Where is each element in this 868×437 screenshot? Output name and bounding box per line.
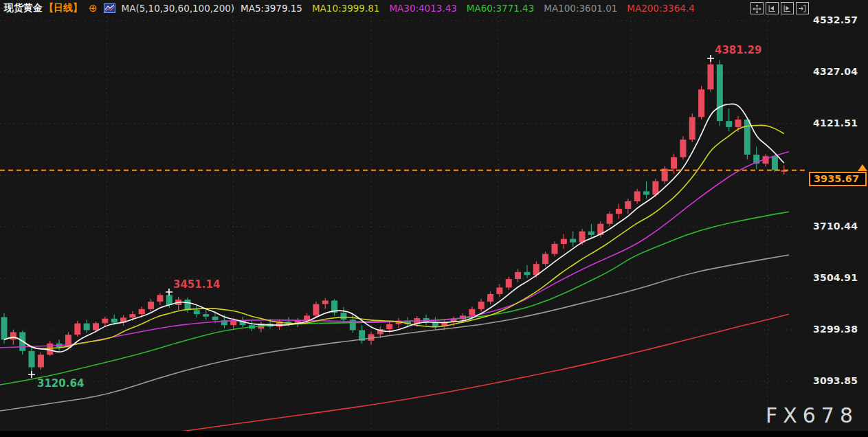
extreme-marker-icon	[166, 289, 173, 295]
candle-body	[313, 304, 319, 316]
candle-body	[487, 294, 493, 302]
price-annotation: 3120.64	[37, 377, 84, 390]
candle-body	[102, 319, 108, 324]
candle-body	[524, 272, 530, 275]
candle-body	[561, 239, 567, 244]
ma-values: MA5:3979.15MA10:3999.81MA30:4013.43MA60:…	[241, 3, 695, 14]
candle-body	[726, 121, 732, 127]
extreme-marker-icon	[707, 55, 714, 62]
watermark: FX678	[766, 403, 858, 427]
candle-body	[671, 157, 677, 169]
candle-body	[496, 287, 502, 293]
candle-body	[469, 309, 475, 315]
candle-body	[148, 302, 154, 309]
bottom-strip	[0, 431, 868, 437]
candle-body	[203, 314, 209, 317]
scale-left-icon	[767, 3, 777, 14]
candle-body	[194, 310, 200, 314]
y-axis-label: 3093.85	[813, 375, 867, 386]
candle-body	[74, 324, 80, 335]
candle-body	[542, 254, 548, 265]
candle-body	[625, 201, 631, 209]
y-axis-label: 3504.91	[813, 272, 867, 283]
chart-type-icon[interactable]	[104, 3, 115, 13]
candle-body	[772, 156, 778, 170]
chart-header: 现货黄金 【日线】 ⊕ MA(5,10,30,60,100,200) MA5:3…	[4, 1, 695, 15]
candle-body	[744, 120, 750, 155]
scale-right-button[interactable]	[781, 2, 794, 14]
exit-button[interactable]	[796, 2, 809, 14]
add-indicator-icon[interactable]: ⊕	[89, 3, 98, 13]
candle-body	[10, 332, 16, 339]
extreme-marker-icon	[28, 371, 35, 378]
candle-body	[735, 120, 742, 127]
candle-body	[607, 214, 613, 224]
candle-body	[29, 351, 35, 368]
candle-body	[515, 272, 521, 279]
ma-line-ma60	[0, 212, 789, 385]
candle-body	[111, 319, 118, 323]
ma-value-label: MA60:3771.43	[467, 3, 534, 14]
candle-body	[1, 317, 8, 340]
scale-right-icon	[782, 3, 792, 14]
candle-body	[717, 65, 723, 121]
trading-chart-app: 4381.293451.143120.64 现货黄金 【日线】 ⊕ MA(5,1…	[0, 0, 868, 437]
candle-body	[129, 314, 135, 317]
candle-body	[698, 89, 704, 117]
ma-line-ma10	[4, 125, 784, 348]
symbol-label: 现货黄金	[4, 2, 43, 14]
exit-icon	[797, 3, 808, 14]
last-price-badge: 3935.67	[809, 172, 867, 186]
y-axis-label: 3710.44	[813, 221, 867, 232]
ma-value-label: MA200:3364.4	[627, 3, 694, 14]
candle-body	[139, 309, 145, 314]
candle-body	[634, 191, 641, 201]
candle-body	[506, 279, 512, 287]
price-annotation: 3451.14	[173, 278, 220, 291]
ma-value-label: MA10:3999.81	[312, 3, 379, 14]
ma-value-label: MA5:3979.15	[241, 3, 302, 14]
ma-line-ma5	[4, 104, 784, 352]
candle-body	[322, 300, 329, 304]
candle-body	[707, 65, 713, 89]
candle-body	[552, 244, 558, 254]
candle-body	[652, 181, 658, 195]
candle-body	[166, 295, 173, 305]
candle-body	[570, 239, 576, 243]
ma-value-label: MA100:3601.01	[544, 3, 617, 14]
pan-tool-icon	[752, 3, 762, 14]
y-axis-label: 4327.04	[813, 66, 867, 77]
candle-body	[478, 302, 485, 309]
candle-body	[340, 313, 346, 320]
price-annotation: 4381.29	[715, 44, 761, 56]
y-axis-label: 3299.38	[813, 324, 867, 335]
y-axis-label: 4532.57	[813, 14, 867, 25]
candle-body	[38, 355, 44, 367]
candle-body	[680, 139, 686, 157]
candle-body	[689, 117, 695, 139]
price-up-arrow-icon	[858, 164, 867, 171]
y-axis-label: 4121.51	[813, 117, 867, 128]
candle-body	[157, 295, 163, 301]
chart-toolbar	[750, 2, 809, 14]
candle-body	[588, 232, 594, 235]
ma-line-ma200	[165, 314, 789, 434]
candle-body	[643, 191, 649, 194]
ma-value-label: MA30:4013.43	[389, 3, 456, 14]
candle-body	[185, 300, 191, 310]
candlestick-chart[interactable]: 4381.293451.143120.64	[0, 0, 868, 437]
ma-settings-label[interactable]: MA(5,10,30,60,100,200)	[122, 3, 235, 14]
pan-tool-button[interactable]	[750, 2, 764, 14]
candle-body	[84, 324, 90, 330]
candle-body	[432, 323, 438, 326]
candle-body	[93, 323, 99, 330]
candle-body	[212, 317, 219, 320]
candle-body	[386, 324, 392, 329]
period-label[interactable]: 【日线】	[44, 2, 82, 14]
candle-body	[616, 209, 622, 214]
scale-left-button[interactable]	[766, 2, 779, 14]
